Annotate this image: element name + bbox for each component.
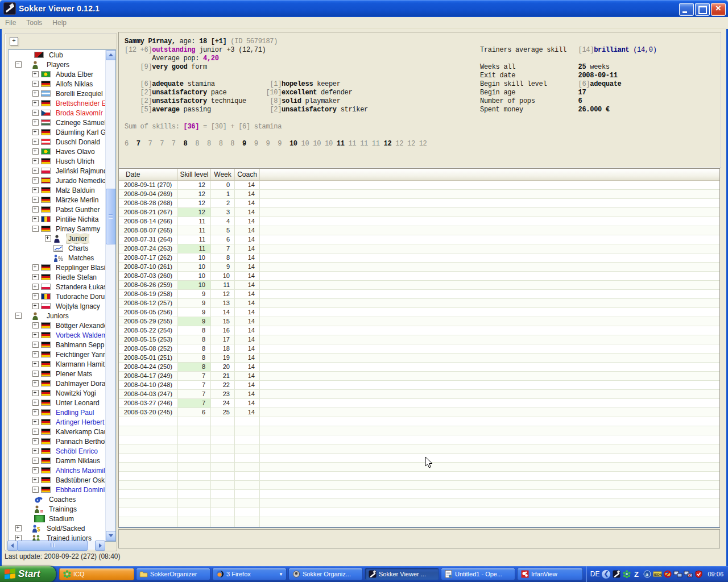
- table-row[interactable]: 2008-03-27 (246)72414: [119, 399, 719, 408]
- tray-icq-flower-icon[interactable]: [622, 569, 631, 579]
- table-row[interactable]: 2008-07-03 (260)101014: [119, 272, 719, 281]
- expand-toggle-icon[interactable]: [32, 206, 39, 213]
- table-row[interactable]: 2008-08-14 (266)11414: [119, 217, 719, 226]
- tree-item[interactable]: Unter Leonard: [9, 398, 106, 408]
- tree-item[interactable]: Endling Paul: [9, 408, 106, 417]
- tree-item[interactable]: Jeliński Rajmund: [9, 166, 106, 176]
- tree-item[interactable]: Pirnay Sammy: [9, 224, 106, 234]
- table-row[interactable]: 2008-04-10 (248)72214: [119, 381, 719, 390]
- tree-item[interactable]: Badstübner Oskar: [9, 475, 106, 485]
- tray-collapse-icon[interactable]: ❮: [602, 570, 610, 579]
- task-button-icq[interactable]: ICQ: [59, 568, 134, 580]
- expand-toggle-icon[interactable]: [32, 322, 39, 329]
- tree-item[interactable]: Jurado Nemedio: [9, 176, 106, 185]
- expand-toggle-icon[interactable]: [32, 438, 39, 444]
- tree-item[interactable]: Repplinger Blasius: [9, 263, 106, 272]
- tree-item[interactable]: Coaches: [9, 494, 106, 504]
- tree-item[interactable]: Abuda Elber: [9, 69, 106, 79]
- tree-vertical-scrollbar[interactable]: [105, 50, 115, 541]
- expand-toggle-icon[interactable]: [32, 284, 39, 290]
- scroll-down-icon[interactable]: [106, 531, 116, 541]
- tree-item[interactable]: Haves Olavo: [9, 147, 106, 156]
- vertical-scroll-thumb[interactable]: [106, 189, 116, 244]
- tray-blocked-icon[interactable]: [663, 569, 672, 579]
- table-row[interactable]: 2008-05-22 (254)81614: [119, 326, 719, 335]
- tree-item[interactable]: Feichtinger Yannick: [9, 350, 106, 359]
- tree-item[interactable]: Czinege Sámuel: [9, 118, 106, 127]
- tree-item[interactable]: Ebbhard Dominik: [9, 485, 106, 494]
- table-row[interactable]: 2008-06-19 (258)91214: [119, 290, 719, 299]
- expand-toggle-icon[interactable]: [32, 409, 39, 415]
- tree-item[interactable]: Junior: [9, 234, 106, 243]
- table-row[interactable]: 2008-05-15 (253)81714: [119, 335, 719, 344]
- expand-toggle-icon[interactable]: [32, 274, 39, 280]
- expand-toggle-icon[interactable]: [32, 303, 39, 309]
- group-dropdown-icon[interactable]: ▼: [279, 572, 283, 577]
- expand-toggle-icon[interactable]: [15, 525, 22, 531]
- tree-item[interactable]: Allofs Niklas: [9, 79, 106, 89]
- expand-toggle-icon[interactable]: [32, 487, 39, 493]
- tree-item[interactable]: Kalverkamp Claudio: [9, 427, 106, 436]
- expand-toggle-icon[interactable]: [32, 158, 39, 164]
- expand-toggle-icon[interactable]: [32, 264, 39, 271]
- tree-item[interactable]: Riedle Stefan: [9, 272, 106, 282]
- table-row[interactable]: 2008-06-12 (257)91314: [119, 299, 719, 308]
- expand-toggle-icon[interactable]: [32, 371, 39, 377]
- tree-item[interactable]: Duschl Donald: [9, 137, 106, 147]
- table-row[interactable]: 2008-07-17 (262)10814: [119, 253, 719, 263]
- expand-toggle-icon[interactable]: [32, 448, 39, 454]
- expand-toggle-icon[interactable]: [32, 148, 39, 155]
- tray-network-error-icon[interactable]: x: [684, 569, 693, 579]
- expand-toggle-icon[interactable]: [32, 467, 39, 473]
- tree-item[interactable]: Sztandera Łukasz: [9, 282, 106, 292]
- tray-sokker-hammer-icon[interactable]: [612, 569, 621, 579]
- tree-item[interactable]: Schöbl Enrico: [9, 446, 106, 456]
- scroll-right-icon[interactable]: [95, 541, 105, 551]
- tree-item[interactable]: Tudorache Doru: [9, 292, 106, 301]
- tree-item[interactable]: Pannach Berthold: [9, 436, 106, 446]
- expand-toggle-icon[interactable]: [32, 458, 39, 464]
- table-row[interactable]: 2008-08-21 (267)12314: [119, 208, 719, 217]
- expand-toggle-icon[interactable]: [32, 168, 39, 174]
- table-row[interactable]: 2008-09-04 (269)12114: [119, 190, 719, 199]
- expand-toggle-icon[interactable]: [32, 477, 39, 483]
- tree-item[interactable]: Klarmann Hamit: [9, 359, 106, 369]
- expand-all-button[interactable]: +: [10, 37, 18, 45]
- minimize-button[interactable]: [679, 3, 694, 16]
- tree-item[interactable]: $Sold/Sacked: [9, 523, 106, 533]
- task-button-3-firefox[interactable]: 3 Firefox▼: [212, 568, 287, 580]
- tree-item[interactable]: Pintilie Nichita: [9, 214, 106, 224]
- expand-toggle-icon[interactable]: [32, 177, 39, 184]
- collapse-toggle-icon[interactable]: [32, 226, 39, 232]
- start-button[interactable]: Start: [0, 566, 56, 582]
- table-row[interactable]: 2008-05-01 (251)81914: [119, 354, 719, 363]
- tree-item[interactable]: Nowitzki Yogi: [9, 388, 106, 398]
- tree-item[interactable]: Players: [9, 60, 106, 69]
- table-row[interactable]: 2008-04-03 (247)72314: [119, 390, 719, 399]
- task-button-untitled1-ope[interactable]: Untitled1 - Ope...: [441, 568, 515, 580]
- table-row[interactable]: 2008-08-28 (268)12214: [119, 199, 719, 208]
- tree-item[interactable]: Charts: [9, 243, 106, 253]
- expand-toggle-icon[interactable]: [32, 361, 39, 367]
- scroll-up-icon[interactable]: [106, 50, 116, 60]
- tree-item[interactable]: Borelli Ezequiel: [9, 89, 106, 98]
- expand-toggle-icon[interactable]: [32, 400, 39, 406]
- expand-toggle-icon[interactable]: [32, 90, 39, 97]
- tray-avast-icon[interactable]: a: [643, 569, 652, 579]
- maximize-button[interactable]: [695, 3, 710, 16]
- tray-security-shield-icon[interactable]: [694, 569, 703, 579]
- table-row[interactable]: 2008-08-07 (265)11514: [119, 226, 719, 235]
- menu-item-tools[interactable]: Tools: [21, 17, 47, 27]
- expand-toggle-icon[interactable]: [45, 235, 51, 242]
- tree-item[interactable]: Trainings: [9, 504, 106, 514]
- expand-toggle-icon[interactable]: [32, 293, 39, 300]
- tree-item[interactable]: %Matches: [9, 253, 106, 263]
- tree-item[interactable]: Däumling Karl Georg: [9, 127, 106, 137]
- tree-item[interactable]: Ahlrichs Maximilian: [9, 465, 106, 475]
- expand-toggle-icon[interactable]: [32, 332, 39, 338]
- expand-toggle-icon[interactable]: [32, 216, 39, 222]
- menu-item-help[interactable]: Help: [47, 17, 72, 27]
- tree-item[interactable]: Malz Balduin: [9, 185, 106, 195]
- scroll-left-icon[interactable]: [7, 541, 18, 551]
- table-row[interactable]: 2008-03-20 (245)62514: [119, 408, 719, 417]
